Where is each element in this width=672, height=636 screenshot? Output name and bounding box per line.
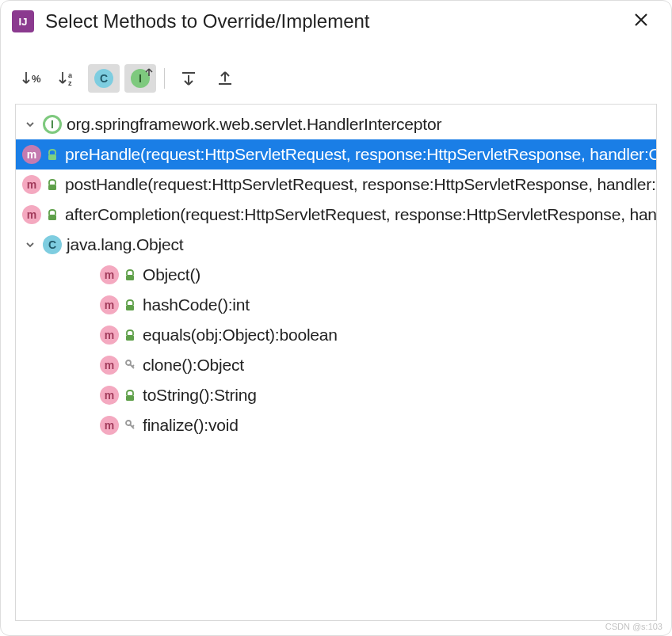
watermark: CSDN @s:103 [605,622,662,631]
sort-alpha-icon: a z [57,68,78,89]
tree-group-label: java.lang.Object [67,235,183,254]
method-badge-icon: m [100,386,119,405]
method-badge-icon: m [100,326,119,345]
show-interfaces-button[interactable]: I [124,64,156,93]
method-tree[interactable]: I org.springframework.web.servlet.Handle… [15,104,657,621]
tree-method-row[interactable]: m equals(obj:Object):boolean [16,320,656,350]
svg-text:z: z [68,79,72,87]
tree-method-row[interactable]: m postHandle(request:HttpServletRequest,… [16,169,656,200]
method-badge-icon: m [22,205,41,224]
class-badge-icon: C [43,235,62,254]
svg-rect-8 [126,335,134,341]
chevron-down-icon [22,239,38,250]
method-badge-icon: m [100,356,119,375]
sort-alpha-button[interactable]: a z [52,64,83,93]
close-icon [633,12,649,28]
protected-key-icon [124,359,136,371]
tree-method-label: equals(obj:Object):boolean [143,326,338,345]
tree-method-label: clone():Object [143,356,244,375]
public-lock-icon [124,389,136,402]
toolbar: % a z C I [1,42,671,104]
svg-rect-3 [48,154,56,160]
tree-method-label: afterCompletion(request:HttpServletReque… [65,205,656,224]
tree-method-row[interactable]: m toString():String [16,380,656,410]
public-lock-icon [124,268,136,281]
svg-text:%: % [32,73,41,85]
method-badge-icon: m [22,175,41,194]
tree-group-class[interactable]: C java.lang.Object [16,230,656,260]
tree-method-label: Object() [143,265,200,284]
public-lock-icon [124,299,136,311]
tree-method-row[interactable]: m hashCode():int [16,290,656,320]
public-lock-icon [46,178,59,191]
tree-method-row[interactable]: m preHandle(request:HttpServletRequest, … [16,139,656,169]
svg-rect-10 [126,395,134,401]
collapse-all-button[interactable] [209,64,241,93]
tree-method-row[interactable]: m clone():Object [16,350,656,380]
tree-method-label: finalize():void [143,416,239,435]
expand-all-button[interactable] [173,64,204,93]
collapse-all-icon [216,69,235,88]
show-classes-button[interactable]: C [88,64,120,93]
svg-text:a: a [68,71,73,79]
tree-method-label: hashCode():int [143,295,250,314]
svg-rect-6 [126,275,134,280]
titlebar: IJ Select Methods to Override/Implement [1,1,671,42]
public-lock-icon [46,208,59,221]
protected-key-icon [124,419,136,432]
method-badge-icon: m [100,416,119,435]
method-badge-icon: m [22,145,41,164]
intellij-icon: IJ [12,10,34,32]
toolbar-separator [164,68,165,89]
tree-group-label: org.springframework.web.servlet.HandlerI… [67,115,441,134]
close-button[interactable] [627,9,655,34]
tree-method-label: postHandle(request:HttpServletRequest, r… [65,175,656,194]
svg-rect-5 [48,215,56,220]
tree-method-row[interactable]: m finalize():void [16,410,656,440]
chevron-down-icon [22,119,38,130]
interface-badge-icon: I [43,115,62,134]
tree-group-interface[interactable]: I org.springframework.web.servlet.Handle… [16,109,656,139]
public-lock-icon [124,329,136,341]
sort-by-percent-button[interactable]: % [15,64,47,93]
public-lock-icon [46,148,59,161]
dialog-title: Select Methods to Override/Implement [45,10,616,32]
tree-method-label: toString():String [143,386,257,405]
method-badge-icon: m [100,265,119,284]
method-badge-icon: m [100,295,119,314]
tree-method-label: preHandle(request:HttpServletRequest, re… [65,145,656,164]
svg-rect-4 [48,185,56,190]
sort-percent-icon: % [21,68,41,89]
up-arrow-icon [145,67,153,77]
svg-rect-7 [126,305,134,310]
override-dialog: IJ Select Methods to Override/Implement … [0,0,672,636]
class-icon: C [94,69,113,88]
tree-method-row[interactable]: m Object() [16,260,656,290]
tree-method-row[interactable]: m afterCompletion(request:HttpServletReq… [16,200,656,230]
expand-all-icon [179,69,198,88]
